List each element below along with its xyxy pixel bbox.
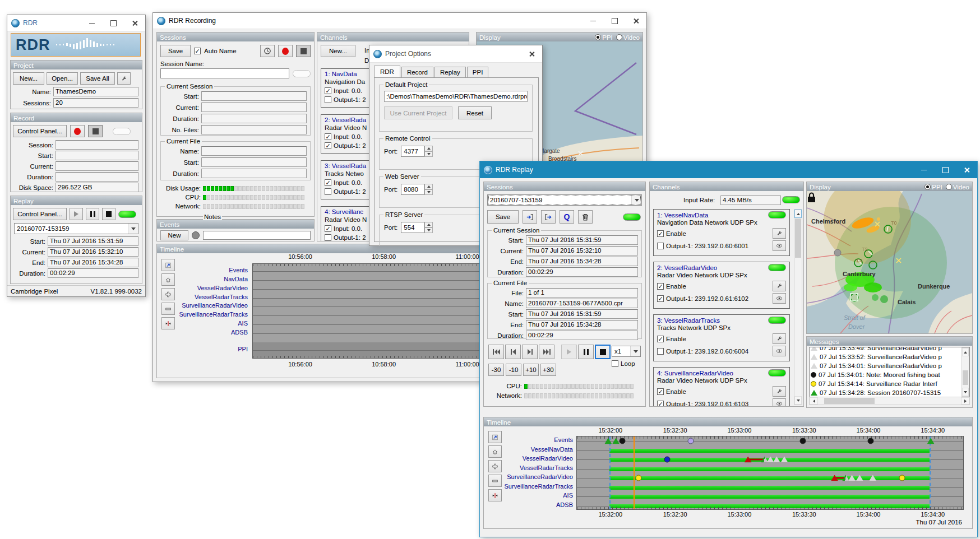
messages-hscrollbar[interactable] [809,397,970,405]
jump-back-10-button[interactable]: -10 [506,364,521,376]
new-channel-button[interactable]: New... [321,45,355,57]
output-checkbox[interactable] [657,243,664,249]
skip-start-button[interactable] [488,345,504,359]
record-button[interactable] [70,125,85,137]
message-row[interactable]: 07 Jul 15:34:01: Note: Moored fishing bo… [810,370,969,379]
play-button[interactable] [561,345,577,359]
channel-view-button[interactable] [773,346,786,356]
timeline-zoom-in-button[interactable] [488,460,502,472]
channel-settings-button[interactable] [773,333,786,344]
maximize-button[interactable] [103,15,124,31]
jump-back-30-button[interactable]: -30 [488,364,504,376]
video-radio[interactable] [616,34,622,40]
stop-button[interactable] [102,208,115,220]
auto-name-checkbox[interactable] [194,48,201,54]
output-checkbox[interactable] [657,401,664,407]
timeline-zoom-out-button[interactable] [161,303,175,315]
enable-checkbox[interactable] [657,336,664,342]
default-project-path[interactable]: :\Demos\ThamesDemo\RDR\ThamesDemo.rdrpro… [384,91,528,102]
spin-up-icon[interactable] [424,184,433,189]
scroll-down-button[interactable] [962,388,969,396]
pause-button[interactable] [578,345,594,359]
next-file-button[interactable] [522,345,538,359]
web-port-spinbox[interactable]: 8080 [401,184,433,195]
scroll-right-button[interactable] [961,397,969,405]
scroll-left-button[interactable] [810,397,818,405]
ppi-radio[interactable] [924,184,931,190]
message-row[interactable]: 07 Jul 15:34:01: SurveillanceRadarVideo … [810,361,969,370]
message-row[interactable]: 07 Jul 15:33:52: SurveillanceRadarVideo … [810,352,969,361]
output-checkbox[interactable] [325,188,331,195]
enable-checkbox[interactable] [657,388,664,395]
skip-end-button[interactable] [539,345,554,359]
enable-checkbox[interactable] [657,283,664,290]
output-checkbox[interactable] [325,96,331,103]
close-button[interactable] [124,15,145,31]
speed-dropdown[interactable]: x1 [612,346,641,357]
recording-titlebar[interactable]: RDR Recording [153,13,646,29]
save-session-button[interactable]: Save [487,210,519,224]
tab-rdr[interactable]: RDR [374,66,400,77]
close-button[interactable] [625,13,646,29]
spin-up-icon[interactable] [424,222,433,227]
dialog-titlebar[interactable]: Project Options [369,45,542,63]
channels-scrollbar[interactable] [794,209,802,405]
import-session-button[interactable] [523,210,537,224]
save-all-button[interactable]: Save All [80,72,115,85]
scrollbar-thumb[interactable] [824,398,875,404]
replay-control-panel-button[interactable]: Control Panel... [13,208,67,220]
output-checkbox[interactable] [325,234,331,241]
session-name-input[interactable] [160,68,289,78]
scrollbar-thumb[interactable] [795,219,801,258]
jump-fwd-10-button[interactable]: +10 [523,364,539,376]
channel-settings-button[interactable] [773,386,786,397]
record-button[interactable] [278,45,293,57]
scroll-up-button[interactable] [962,348,969,356]
project-settings-button[interactable] [117,72,131,85]
replay-timeline-chart[interactable] [576,436,964,510]
timeline-home-button[interactable] [161,273,175,286]
channel-settings-button[interactable] [773,228,786,239]
maximize-button[interactable] [935,162,956,178]
output-checkbox[interactable] [657,348,664,355]
spin-down-icon[interactable] [424,227,433,233]
minimize-button[interactable] [81,15,103,31]
replay-session-dropdown[interactable]: 20160707-153159 [14,223,138,234]
record-stop-button[interactable] [88,125,103,137]
spin-down-icon[interactable] [424,151,433,157]
enable-checkbox[interactable] [657,230,664,237]
video-radio[interactable] [946,184,952,190]
close-button[interactable]: .win [data-name="replay-titlebar"] .glyp… [956,162,977,178]
timeline-zoom-out-button[interactable] [488,475,502,487]
minimize-button[interactable] [583,13,604,29]
messages-list[interactable]: 07 Jul 15:33:49: SurveillanceRadarVideo … [809,347,970,398]
timeline-popout-button[interactable] [488,431,502,443]
session-dropdown[interactable]: 20160707-153159 [487,194,642,206]
new-project-button[interactable]: New... [13,72,44,85]
message-row[interactable]: 07 Jul 15:34:28: Session 20160707-15315 [810,388,969,397]
message-row[interactable]: 07 Jul 15:33:49: SurveillanceRadarVideo … [810,347,969,352]
input-checkbox[interactable] [325,133,331,140]
pause-button[interactable] [86,208,99,220]
prev-file-button[interactable] [505,345,521,359]
channel-view-button[interactable] [773,240,786,251]
spin-down-icon[interactable] [424,189,433,195]
minimize-button[interactable] [913,162,935,178]
output-checkbox[interactable] [325,142,331,149]
delete-session-button[interactable] [578,210,593,224]
scroll-down-button[interactable] [794,396,802,405]
timeline-center-button[interactable] [488,489,502,501]
stop-button[interactable] [595,345,611,359]
schedule-button[interactable] [260,45,275,57]
timeline-center-button[interactable] [161,317,175,329]
rdr-titlebar[interactable]: RDR [7,15,145,31]
notes-input[interactable] [203,231,311,240]
export-session-button[interactable] [541,210,556,224]
loop-checkbox[interactable] [612,360,618,367]
timeline-zoom-in-button[interactable] [161,288,175,300]
use-current-project-button[interactable]: Use Current Project [384,106,452,119]
remote-port-spinbox[interactable]: 4377 [401,146,433,157]
channel-settings-button[interactable] [773,281,786,291]
play-button[interactable] [70,208,83,220]
reset-button[interactable]: Reset [458,106,492,119]
